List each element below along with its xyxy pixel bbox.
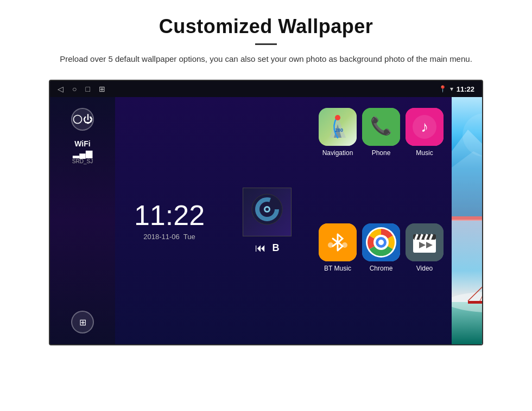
wallpaper-thumb-top[interactable]: [452, 97, 482, 216]
app-bt-music[interactable]: BT Music: [319, 223, 357, 333]
apps-grid: 280 Navigation 📞 Phone: [311, 97, 452, 344]
album-art: [243, 188, 292, 236]
svg-point-13: [328, 242, 333, 248]
media-controls: ⏮ B: [255, 242, 280, 254]
clock-time: 11:22: [134, 201, 205, 229]
main-content: ⏻ WiFi ▂▄▆ SRD_SJ ⊞: [50, 97, 482, 344]
chrome-icon-box: [362, 223, 400, 261]
track-b-label: B: [273, 242, 280, 254]
svg-point-19: [378, 240, 384, 245]
page-description: Preload over 5 default wallpaper options…: [60, 53, 472, 66]
sidebar-bottom: ⊞: [71, 311, 94, 333]
back-icon[interactable]: ◁: [58, 85, 64, 93]
app-chrome[interactable]: Chrome: [362, 223, 400, 333]
svg-text:📞: 📞: [370, 115, 392, 136]
sidebar: ⏻ WiFi ▂▄▆ SRD_SJ ⊞: [50, 97, 115, 344]
wifi-ssid: SRD_SJ: [72, 158, 93, 164]
wallpaper-thumb-bottom[interactable]: CarSetting: [452, 221, 482, 344]
status-bar-nav: ◁ ○ □ ⊞: [58, 85, 105, 93]
phone-icon-box: 📞: [362, 108, 400, 146]
music-icon-box: ♪: [406, 108, 444, 146]
ice-wallpaper: [452, 97, 482, 216]
sidebar-top: ⏻ WiFi ▂▄▆ SRD_SJ: [71, 108, 94, 164]
clock-date: 2018-11-06 Tue: [143, 233, 195, 241]
status-time: 11:22: [457, 85, 474, 93]
status-bar-right: 📍 ▾ 11:22: [439, 85, 474, 93]
header-divider: [255, 43, 277, 45]
home-icon[interactable]: ○: [72, 85, 77, 93]
location-icon: 📍: [439, 85, 447, 93]
prev-track-button[interactable]: ⏮: [255, 242, 266, 254]
album-art-icon: [251, 193, 283, 230]
bridge-wallpaper: [452, 221, 482, 344]
svg-point-5: [335, 115, 340, 120]
recent-icon[interactable]: □: [85, 85, 90, 93]
page-title: Customized Wallpaper: [33, 15, 499, 38]
wallpaper-thumbnails: CarSetting: [452, 97, 482, 344]
video-icon-box: [406, 223, 444, 261]
app-navigation[interactable]: 280 Navigation: [319, 108, 357, 218]
signal-icon: ▾: [450, 85, 453, 93]
wifi-label: WiFi: [72, 139, 93, 148]
phone-label: Phone: [372, 149, 391, 157]
wifi-info: WiFi ▂▄▆ SRD_SJ: [72, 139, 93, 164]
wallpaper-divider: [452, 216, 482, 221]
svg-point-14: [342, 242, 347, 248]
screenshot-icon[interactable]: ⊞: [99, 85, 105, 93]
page-container: Customized Wallpaper Preload over 5 defa…: [0, 0, 532, 356]
screen-wrapper: ◁ ○ □ ⊞ 📍 ▾ 11:22: [0, 74, 532, 356]
wifi-bars: ▂▄▆: [72, 148, 93, 158]
apps-grid-button[interactable]: ⊞: [71, 311, 94, 333]
media-area: ⏮ B: [224, 97, 311, 344]
status-bar: ◁ ○ □ ⊞ 📍 ▾ 11:22: [50, 81, 482, 97]
svg-text:♪: ♪: [421, 118, 428, 135]
navigation-label: Navigation: [322, 149, 353, 157]
navigation-icon-box: 280: [319, 108, 357, 146]
svg-text:280: 280: [335, 127, 343, 133]
music-label: Music: [416, 149, 433, 157]
app-music[interactable]: ♪ Music: [406, 108, 444, 218]
svg-rect-40: [468, 301, 482, 304]
bt-music-label: BT Music: [324, 265, 351, 272]
bt-music-icon-box: [319, 223, 357, 261]
power-button[interactable]: ⏻: [71, 108, 94, 131]
svg-point-3: [265, 208, 269, 211]
video-label: Video: [416, 265, 433, 272]
chrome-label: Chrome: [370, 265, 393, 272]
android-device: ◁ ○ □ ⊞ 📍 ▾ 11:22: [49, 80, 483, 345]
clock-area: 11:22 2018-11-06 Tue: [115, 97, 224, 344]
page-header: Customized Wallpaper Preload over 5 defa…: [0, 0, 532, 74]
app-phone[interactable]: 📞 Phone: [362, 108, 400, 218]
app-video[interactable]: Video: [406, 223, 444, 333]
